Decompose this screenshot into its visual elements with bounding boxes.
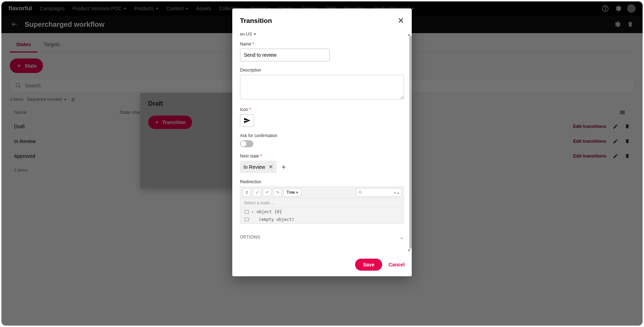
node-box-icon [245, 218, 249, 221]
remove-chip-icon[interactable]: ✕ [269, 164, 273, 170]
chevron-down-icon[interactable]: ▾ [252, 210, 254, 214]
svg-point-6 [359, 191, 361, 193]
locale-selector[interactable]: en-US▼ [240, 32, 404, 37]
chevron-up-icon[interactable]: ▴ [397, 191, 399, 195]
next-state-chip: In Review ✕ [240, 161, 277, 173]
description-textarea[interactable] [240, 75, 404, 99]
confirmation-toggle[interactable] [240, 140, 253, 147]
tree-row[interactable]: (empty object) [240, 216, 404, 223]
confirmation-label: Ask for confirmation [240, 133, 404, 138]
name-input[interactable] [240, 49, 330, 61]
transition-modal: Transition ✕ ▲ ▼ en-US▼ Name * Descripti… [232, 8, 412, 276]
save-button[interactable]: Save [355, 259, 382, 271]
node-box-icon [245, 210, 249, 214]
icon-label: Icon * [240, 107, 404, 112]
name-label: Name * [240, 42, 404, 47]
redirection-editor: ⇕ ⤢ ↶ ↷ Tree▾ ▾ ▴ [240, 186, 404, 224]
cancel-button[interactable]: Cancel [389, 262, 405, 267]
node-placeholder[interactable]: Select a node ... [240, 198, 404, 208]
undo-icon[interactable]: ↶ [263, 188, 271, 197]
chevron-down-icon: ⌄ [400, 234, 404, 240]
chevron-down-icon[interactable]: ▾ [394, 191, 396, 195]
send-icon [244, 117, 251, 124]
description-label: Description [240, 68, 404, 73]
tree-row[interactable]: ▾ object {0} [240, 208, 404, 216]
redirection-label: Redirection [240, 179, 404, 184]
redo-icon[interactable]: ↷ [273, 188, 282, 197]
editor-search[interactable]: ▾ ▴ [356, 188, 402, 197]
options-section[interactable]: OPTIONS ⌄ [240, 230, 404, 240]
collapse-all-icon[interactable]: ⤢ [253, 188, 261, 197]
next-state-label: Next state * [240, 154, 404, 159]
view-mode-select[interactable]: Tree▾ [283, 188, 301, 197]
icon-picker[interactable] [240, 114, 254, 127]
expand-all-icon[interactable]: ⇕ [242, 188, 251, 197]
add-next-state-button[interactable]: ＋ [280, 162, 287, 172]
close-icon[interactable]: ✕ [398, 16, 404, 25]
modal-title: Transition [240, 17, 272, 25]
